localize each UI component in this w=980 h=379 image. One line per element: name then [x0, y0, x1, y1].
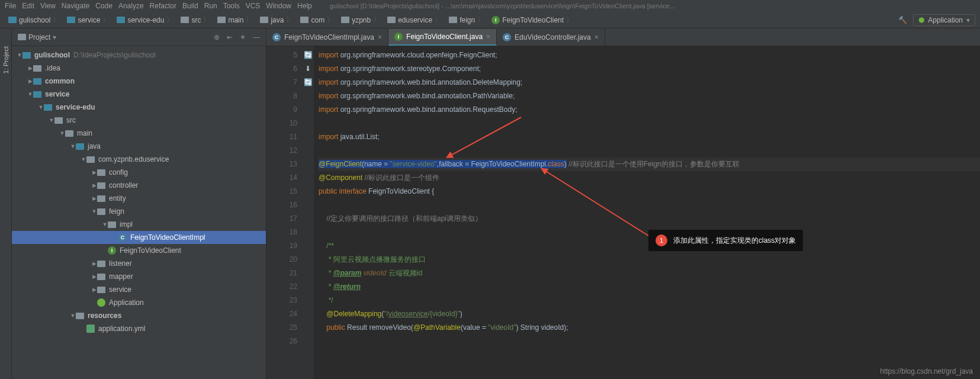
menu-view[interactable]: View	[40, 2, 56, 10]
window-title: gulischool [D:\IdeaProjects\gulischool] …	[330, 2, 675, 9]
tree-config[interactable]: ▶config	[12, 166, 266, 179]
close-tab-icon[interactable]: ×	[378, 33, 382, 41]
tree-service-pkg[interactable]: ▶service	[12, 283, 266, 296]
package-icon	[449, 17, 457, 23]
editor-tab[interactable]: CFeignToVideoClientImpl.java×	[266, 29, 388, 46]
folder-icon	[76, 313, 84, 319]
folder-icon	[260, 17, 268, 23]
code-editor[interactable]: import org.springframework.cloud.openfei…	[314, 46, 980, 379]
breadcrumb-item[interactable]: eduservice〉	[384, 15, 445, 25]
file-type-icon: C	[272, 33, 281, 41]
tree-common[interactable]: ▶common	[12, 75, 266, 88]
menu-file[interactable]: File	[5, 2, 16, 10]
tree-app-yml[interactable]: application.yml	[12, 322, 266, 335]
breadcrumb-item[interactable]: yzpnb〉	[338, 15, 384, 25]
menu-build[interactable]: Build	[182, 2, 198, 10]
menu-help[interactable]: Help	[297, 2, 312, 10]
build-icon[interactable]: 🔨	[898, 16, 907, 24]
line-gutter[interactable]: 567891011121314151617181920212223242526	[266, 46, 302, 379]
package-icon	[108, 221, 116, 228]
menu-navigate[interactable]: Navigate	[62, 2, 89, 10]
breadcrumb-item[interactable]: IFeignToVideoClient〉	[488, 15, 577, 25]
annotation-callout: 1 添加此属性，指定实现类的class对对象	[648, 230, 803, 251]
package-icon	[387, 17, 396, 23]
breadcrumb-item[interactable]: gulischool〉	[5, 15, 63, 25]
menu-code[interactable]: Code	[95, 2, 113, 10]
menu-vcs[interactable]: VCS	[246, 2, 261, 10]
breadcrumb-item[interactable]: src〉	[177, 15, 214, 25]
package-icon	[97, 274, 105, 280]
module-icon	[117, 17, 125, 23]
yaml-icon	[86, 325, 95, 333]
tree-controller[interactable]: ▶controller	[12, 179, 266, 192]
breadcrumb-item[interactable]: feign〉	[445, 15, 488, 25]
package-icon	[341, 17, 349, 23]
file-type-icon: I	[394, 33, 403, 41]
tool-window-stripe[interactable]: 1: Project	[0, 28, 12, 379]
tree-main[interactable]: ▼main	[12, 127, 266, 140]
tree-root[interactable]: ▼gulischoolD:\IdeaProjects\gulischool	[12, 49, 266, 62]
menu-refactor[interactable]: Refactor	[150, 2, 176, 10]
source-folder-icon	[76, 143, 84, 150]
folder-icon	[33, 65, 41, 72]
tree-application[interactable]: Application	[12, 296, 266, 309]
tree-listener[interactable]: ▶listener	[12, 257, 266, 270]
tree-service[interactable]: ▼service	[12, 88, 266, 101]
tree-entity[interactable]: ▶entity	[12, 192, 266, 205]
menu-analyze[interactable]: Analyze	[118, 2, 144, 10]
module-icon	[33, 78, 41, 85]
breadcrumb-item[interactable]: com〉	[297, 15, 338, 25]
tree-impl[interactable]: ▼impl	[12, 218, 266, 231]
folder-icon	[54, 117, 63, 124]
callout-text: 添加此属性，指定实现类的class对对象	[673, 236, 796, 246]
project-tool-tab[interactable]: 1: Project	[2, 46, 9, 73]
breadcrumb-item[interactable]: java〉	[256, 15, 297, 25]
watermark: https://blog.csdn.net/grd_java	[880, 367, 973, 375]
folder-icon	[181, 17, 189, 23]
breadcrumb-item[interactable]: main〉	[214, 15, 256, 25]
navigation-bar: gulischool〉service〉service-edu〉src〉main〉…	[0, 12, 980, 28]
package-icon	[300, 17, 309, 23]
menu-window[interactable]: Window	[266, 2, 291, 10]
project-tree[interactable]: ▼gulischoolD:\IdeaProjects\gulischool▶.i…	[12, 46, 266, 379]
tree-java[interactable]: ▼java	[12, 140, 266, 153]
menu-tools[interactable]: Tools	[223, 2, 240, 10]
tree-src[interactable]: ▼src	[12, 114, 266, 127]
tree-idea[interactable]: ▶.idea	[12, 62, 266, 75]
tree-feign-impl-class[interactable]: CFeignToVideoClientImpl	[12, 231, 266, 244]
breadcrumb-item[interactable]: service〉	[63, 15, 113, 25]
menu-bar: File Edit View Navigate Code Analyze Ref…	[0, 0, 980, 12]
project-panel-title[interactable]: Project ▾	[18, 33, 56, 41]
close-tab-icon[interactable]: ×	[486, 33, 490, 41]
folder-icon	[65, 130, 73, 137]
module-icon	[33, 91, 41, 98]
editor-tab[interactable]: IFeignToVideoClient.java×	[388, 29, 497, 46]
gutter-icons[interactable]: 🔄⬇🔄	[302, 46, 314, 379]
editor-tab[interactable]: CEduVideoController.java×	[497, 29, 605, 46]
interface-icon: I	[491, 16, 500, 24]
project-panel: Project ▾ ⊕ ⇤ ✶ — ▼gulischoolD:\IdeaProj…	[12, 28, 266, 379]
package-icon	[97, 261, 105, 267]
tree-feign[interactable]: ▼feign	[12, 205, 266, 218]
tree-package[interactable]: ▼com.yzpnb.eduservice	[12, 153, 266, 166]
module-icon	[44, 104, 52, 111]
run-config-selector[interactable]: ⬢ Application ▾	[913, 14, 975, 26]
tree-resources[interactable]: ▼resources	[12, 309, 266, 322]
breadcrumb-item[interactable]: service-edu〉	[113, 15, 177, 25]
tree-service-edu[interactable]: ▼service-edu	[12, 101, 266, 114]
close-tab-icon[interactable]: ×	[595, 33, 599, 41]
settings-icon[interactable]: ✶	[240, 33, 246, 41]
menu-run[interactable]: Run	[204, 2, 217, 10]
file-type-icon: C	[503, 33, 511, 41]
tree-feign-client[interactable]: IFeignToVideoClient	[12, 244, 266, 257]
locate-icon[interactable]: ⊕	[214, 33, 220, 41]
collapse-icon[interactable]: ⇤	[227, 33, 233, 41]
hide-icon[interactable]: —	[253, 33, 260, 41]
package-icon	[97, 195, 105, 202]
class-icon: C	[118, 233, 127, 242]
callout-badge: 1	[656, 235, 667, 246]
folder-icon	[217, 17, 226, 23]
menu-edit[interactable]: Edit	[22, 2, 34, 10]
editor-tabs: CFeignToVideoClientImpl.java×IFeignToVid…	[266, 28, 980, 46]
tree-mapper[interactable]: ▶mapper	[12, 270, 266, 283]
